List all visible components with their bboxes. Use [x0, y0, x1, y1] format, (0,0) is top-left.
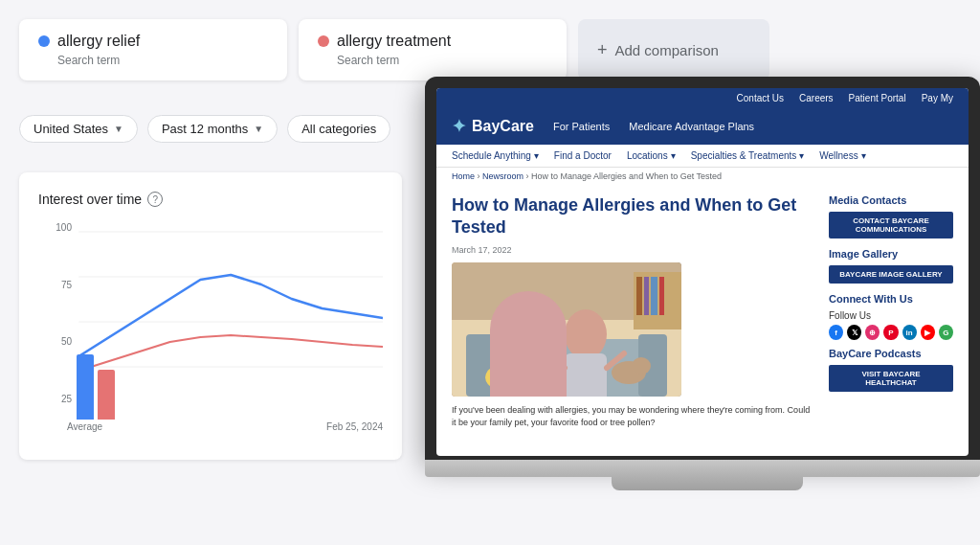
- breadcrumb-home[interactable]: Home: [452, 171, 475, 181]
- time-filter-label: Past 12 months: [162, 122, 248, 136]
- media-contacts-section: Media Contacts CONTACT BAYCARE COMMUNICA…: [829, 194, 953, 238]
- search-cards-container: allergy relief Search term allergy treat…: [19, 19, 769, 80]
- laptop-screen-inner: Contact Us Careers Patient Portal Pay My…: [436, 88, 969, 456]
- svg-rect-18: [644, 277, 649, 315]
- wellness-label: Wellness: [819, 150, 858, 161]
- laptop-container: Contact Us Careers Patient Portal Pay My…: [425, 77, 980, 545]
- locations-link[interactable]: Locations ▾: [627, 150, 676, 161]
- podcasts-title: BayCare Podcasts: [829, 348, 953, 359]
- contact-baycare-btn[interactable]: CONTACT BAYCARE COMMUNICATIONS: [829, 212, 953, 238]
- schedule-label: Schedule Anything: [452, 150, 531, 161]
- image-gallery-btn[interactable]: BAYCARE IMAGE GALLERY: [829, 265, 953, 284]
- svg-rect-19: [651, 277, 657, 315]
- youtube-icon[interactable]: ▶: [921, 325, 935, 340]
- x-label-average: Average: [67, 421, 102, 432]
- connect-section: Connect With Us Follow Us f 𝕏 ⊕ P in ▶ G: [829, 293, 953, 340]
- search-term-1: allergy relief: [57, 33, 140, 50]
- social-icons-container: f 𝕏 ⊕ P in ▶ G: [829, 325, 953, 340]
- y-label-75: 75: [38, 280, 72, 290]
- facebook-icon[interactable]: f: [829, 325, 843, 340]
- pinterest-icon[interactable]: P: [883, 325, 898, 340]
- article-date: March 17, 2022: [452, 245, 813, 255]
- specialties-label: Specialties & Treatments: [691, 150, 797, 161]
- breadcrumb-newsroom[interactable]: Newsroom: [482, 171, 523, 181]
- pay-my-link[interactable]: Pay My: [922, 93, 953, 103]
- media-contacts-title: Media Contacts: [829, 194, 953, 206]
- breadcrumb-current: How to Manage Allergies and When to Get …: [531, 171, 722, 181]
- bar-red: [98, 370, 115, 420]
- article-title: How to Manage Allergies and When to Get …: [452, 194, 813, 239]
- medicare-link[interactable]: Medicare Advantage Plans: [629, 121, 754, 132]
- svg-point-10: [565, 309, 607, 359]
- svg-rect-7: [466, 334, 495, 397]
- search-card-1[interactable]: allergy relief Search term: [19, 19, 287, 80]
- search-card-2-title: allergy treatment: [318, 33, 547, 50]
- dot-red-2: [318, 35, 329, 47]
- location-filter[interactable]: United States ▼: [19, 115, 138, 143]
- schedule-chevron: ▾: [534, 150, 539, 161]
- help-icon[interactable]: ?: [147, 192, 163, 207]
- baycare-topbar: Contact Us Careers Patient Portal Pay My: [436, 88, 969, 108]
- laptop-screen-outer: Contact Us Careers Patient Portal Pay My…: [425, 77, 980, 460]
- add-comparison-button[interactable]: + Add comparison: [578, 19, 769, 80]
- time-filter[interactable]: Past 12 months ▼: [147, 115, 278, 143]
- twitter-icon[interactable]: 𝕏: [847, 325, 861, 340]
- baycare-content: How to Manage Allergies and When to Get …: [436, 185, 969, 440]
- breadcrumb: Home › Newsroom › How to Manage Allergie…: [436, 168, 969, 185]
- search-card-1-sub: Search term: [38, 54, 268, 67]
- interest-title-text: Interest over time: [38, 192, 142, 207]
- linkedin-icon[interactable]: in: [902, 325, 917, 340]
- specialties-chevron: ▾: [799, 150, 804, 161]
- location-filter-label: United States: [33, 122, 108, 136]
- y-label-50: 50: [38, 336, 72, 347]
- wellness-chevron: ▾: [861, 150, 866, 161]
- follow-us-label: Follow Us: [829, 310, 953, 321]
- article-image: [452, 262, 681, 397]
- plus-icon: +: [597, 40, 608, 60]
- find-doctor-link[interactable]: Find a Doctor: [554, 150, 612, 161]
- laptop-base: [425, 460, 980, 477]
- podcasts-btn[interactable]: VISIT BAYCARE HEALTHCHAT: [829, 365, 953, 392]
- patient-portal-link[interactable]: Patient Portal: [849, 93, 906, 103]
- svg-rect-17: [636, 277, 642, 315]
- locations-chevron: ▾: [671, 150, 676, 161]
- filter-row: United States ▼ Past 12 months ▼ All cat…: [19, 115, 390, 143]
- chevron-down-icon-2: ▼: [254, 124, 263, 134]
- bar-blue: [77, 354, 94, 420]
- specialties-link[interactable]: Specialties & Treatments ▾: [691, 150, 805, 161]
- connect-title: Connect With Us: [829, 293, 953, 305]
- baycare-logo-icon: ✦: [452, 116, 466, 137]
- find-doctor-label: Find a Doctor: [554, 150, 612, 161]
- interest-title-container: Interest over time ?: [38, 192, 383, 207]
- baycare-website: Contact Us Careers Patient Portal Pay My…: [436, 88, 969, 456]
- baycare-main-content: How to Manage Allergies and When to Get …: [452, 194, 813, 430]
- svg-point-9: [485, 358, 571, 397]
- category-filter[interactable]: All categories: [287, 115, 390, 143]
- contact-us-link[interactable]: Contact Us: [737, 93, 784, 103]
- baycare-logo-text: BayCare: [472, 118, 534, 135]
- add-comparison-label: Add comparison: [615, 42, 719, 58]
- y-label-100: 100: [38, 222, 72, 233]
- svg-rect-20: [659, 277, 664, 315]
- search-card-1-title: allergy relief: [38, 33, 268, 50]
- baycare-sidebar: Media Contacts CONTACT BAYCARE COMMUNICA…: [829, 194, 953, 430]
- y-label-25: 25: [38, 394, 72, 404]
- schedule-link[interactable]: Schedule Anything ▾: [452, 150, 539, 161]
- wellness-link[interactable]: Wellness ▾: [819, 150, 865, 161]
- for-patients-link[interactable]: For Patients: [553, 121, 610, 132]
- image-gallery-section: Image Gallery BAYCARE IMAGE GALLERY: [829, 248, 953, 284]
- baycare-navbar: ✦ BayCare For Patients Medicare Advantag…: [436, 108, 969, 145]
- interest-section: Interest over time ? 100 75 50 25 Averag…: [19, 172, 402, 460]
- svg-line-12: [547, 353, 565, 368]
- search-card-2[interactable]: allergy treatment Search term: [299, 19, 567, 80]
- search-term-2: allergy treatment: [337, 33, 451, 50]
- article-image-svg: [452, 262, 681, 397]
- careers-link[interactable]: Careers: [799, 93, 834, 103]
- svg-point-15: [632, 357, 651, 375]
- instagram-icon[interactable]: ⊕: [865, 325, 880, 340]
- article-body: If you've been dealing with allergies, y…: [452, 404, 813, 430]
- image-gallery-title: Image Gallery: [829, 248, 953, 260]
- search-card-2-sub: Search term: [318, 54, 547, 67]
- baycare-logo: ✦ BayCare: [452, 116, 534, 137]
- google-plus-icon[interactable]: G: [939, 325, 953, 340]
